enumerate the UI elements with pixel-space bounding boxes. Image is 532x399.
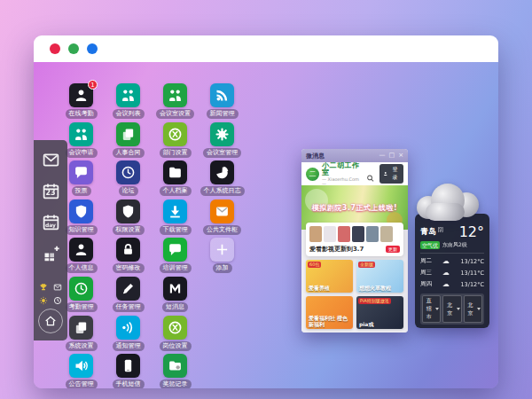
app-item[interactable]: 人事合同 [105,122,152,161]
content-tile[interactable]: 60包爱看养殖 [306,260,353,293]
video-thumbnail[interactable] [338,226,350,242]
weather-temperature: 12° [459,226,484,239]
login-button[interactable]: 登录 [379,164,403,184]
app-label: 手机短信 [113,379,145,388]
app-item[interactable]: 部门设置 [152,122,199,161]
app-item[interactable]: 会议室管理 [199,122,246,161]
app-item[interactable]: 通知管理 [105,316,152,355]
app-item[interactable]: 会议列表 [105,83,152,122]
region-select[interactable]: 直辖市 [422,295,441,323]
app-item[interactable]: 任务管理 [105,277,152,316]
app-label: 下载管理 [160,225,192,235]
app-label: 添加 [213,263,232,273]
search-icon[interactable] [366,169,374,178]
desktop: 23 day 1在线考勤会议列表会议室设置新闻管理会议申请人事合同部门设置会议室… [0,0,532,399]
weather-condition: 阴 [438,226,443,234]
app-item[interactable]: 个人信息 [58,238,105,277]
app-item[interactable]: 1在线考勤 [58,83,105,122]
forecast-row: 周三☁13/11°C [420,267,484,278]
download-icon [168,204,183,219]
app-item[interactable]: 系统设置 [58,316,105,355]
xbox-icon [168,127,183,142]
feature-card[interactable]: 爱看影视更新到3.7 更新 [306,223,403,256]
people-icon [121,88,136,103]
app-label: 论坛 [119,186,138,196]
app-item[interactable]: 奖惩记录 [152,354,199,388]
minimize-window-button[interactable] [68,43,79,54]
plus-icon [215,242,230,257]
clock-icon [121,165,136,180]
messenger-minimize-button[interactable]: — [379,149,386,162]
shield-icon [121,204,136,219]
app-item[interactable]: 论坛 [105,160,152,200]
folder-icon [168,165,183,180]
window-content: 23 day 1在线考勤会议列表会议室设置新闻管理会议申请人事合同部门设置会议室… [34,62,498,388]
region-select[interactable]: 北京 [442,295,461,323]
xbox-icon [168,320,183,335]
rss-icon [215,88,230,103]
app-item[interactable]: 添加 [199,238,246,277]
speech-icon [168,242,183,257]
main-window: 23 day 1在线考勤会议列表会议室设置新闻管理会议申请人事合同部门设置会议室… [34,35,498,388]
tile-badge: 60包 [308,262,321,268]
forecast-day: 周三 [420,269,436,277]
video-thumbnail[interactable] [380,226,393,242]
app-item[interactable]: 培训管理 [152,238,199,277]
region-select[interactable]: 北京 [464,295,482,323]
app-item[interactable]: 知识管理 [58,200,105,239]
feature-tag: 更新 [386,246,400,253]
content-tile[interactable]: 全新版想想火草教程 [356,260,403,293]
app-item[interactable]: 岗位设置 [152,316,199,355]
app-item[interactable]: 考勤管理 [58,277,105,316]
chevron-down-icon [477,308,481,310]
app-label: 个人档案 [160,186,192,196]
tile-title: 爱看养殖 [309,285,350,291]
app-item[interactable]: 个人系统日志 [199,160,246,200]
site-header: 二 小二胡工作室 — Xiaoerhu.Com — 登录 [301,162,408,185]
messenger-close-button[interactable]: × [398,149,403,162]
site-logo[interactable]: 二 [306,168,319,181]
app-label: 会议室设置 [156,109,194,119]
content-tile[interactable]: PiA特别版放送pia戏 [356,296,403,329]
app-label: 会议列表 [113,109,145,119]
app-item[interactable]: 公告管理 [58,354,105,388]
app-item[interactable]: 个人档案 [152,160,199,200]
app-label: 任务管理 [113,302,145,312]
forecast-row: 周四☁13/12°C [420,278,484,290]
trophy-mini-icon[interactable] [39,278,48,287]
app-item[interactable]: 短消息 [152,277,199,316]
messenger-title: 微消息 [306,152,325,160]
region-select-value: 北京 [466,301,475,317]
app-label: 短消息 [162,302,188,312]
video-thumbnail[interactable] [324,226,336,242]
app-label: 岗位设置 [160,341,192,351]
app-label: 在线考勤 [66,109,98,119]
window-titlebar[interactable] [34,35,498,62]
app-label: 部门设置 [160,148,192,158]
app-item[interactable]: 下载管理 [152,200,199,239]
video-thumbnail[interactable] [352,226,364,242]
home-icon [44,315,57,327]
weather-mini-icon[interactable] [39,292,48,301]
video-thumbnail[interactable] [309,226,322,242]
app-item[interactable]: 密码修改 [105,238,152,277]
app-label: 系统设置 [66,341,98,351]
video-thumbnail[interactable] [366,226,379,242]
messenger-titlebar[interactable]: 微消息 — □ × [301,149,408,162]
app-label: 奖惩记录 [160,379,192,388]
close-window-button[interactable] [50,43,60,54]
messenger-maximize-button[interactable]: □ [389,149,395,162]
app-item[interactable]: 新闻管理 [199,83,246,122]
app-item[interactable]: 会议室设置 [152,83,199,122]
app-item[interactable]: 手机短信 [105,354,152,388]
maximize-window-button[interactable] [87,43,98,54]
content-tile[interactable]: 爱看福利社 橙色新福利 [306,296,353,329]
app-item[interactable]: 投票 [58,160,105,200]
forecast-list: 周二☁13/12°C周三☁13/11°C周四☁13/12°C [420,253,484,290]
cloud-graphic [415,182,489,223]
app-item[interactable]: 权限设置 [105,200,152,239]
app-item[interactable]: 会议申请 [58,122,105,161]
app-item[interactable]: 公共文件柜 [199,200,246,239]
app-label: 公告管理 [66,379,98,388]
cloud-icon: ☁ [436,280,456,288]
